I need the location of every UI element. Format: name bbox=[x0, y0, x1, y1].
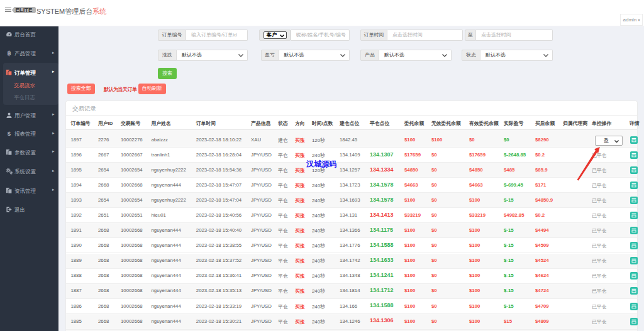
svg-text:฿: ฿ bbox=[7, 50, 11, 57]
svg-text:$: $ bbox=[8, 130, 11, 137]
